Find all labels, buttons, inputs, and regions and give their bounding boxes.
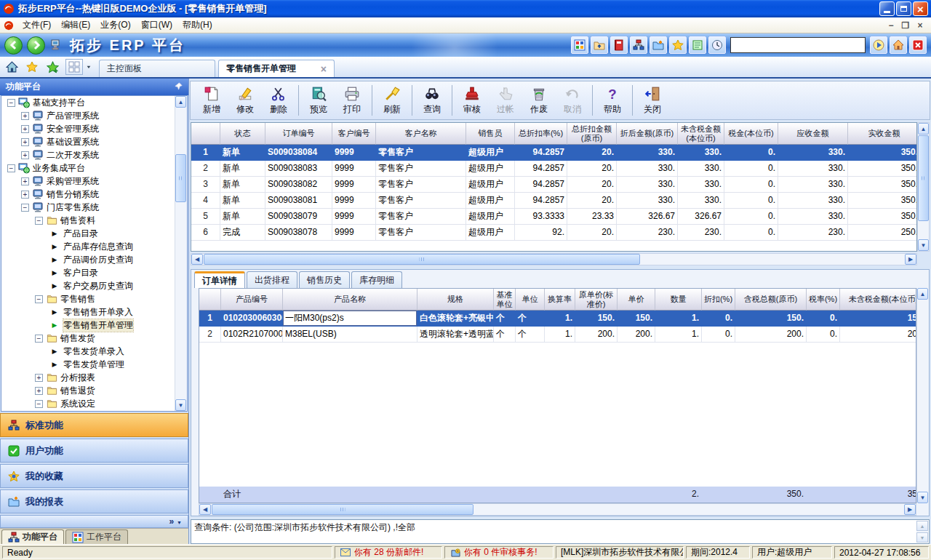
tree-item[interactable]: ▶零售发货单录入 bbox=[1, 345, 175, 358]
home-icon[interactable] bbox=[4, 60, 19, 74]
mail-status[interactable]: 你有 28 份新邮件! bbox=[335, 546, 442, 559]
tree-item[interactable]: +安全管理系统 bbox=[1, 122, 175, 135]
orders-horizontal-scrollbar[interactable]: ◀ ▶ bbox=[191, 253, 917, 265]
sidebar-bottom-tab[interactable]: 工作平台 bbox=[65, 529, 128, 544]
menu-item[interactable]: 编辑(E) bbox=[56, 17, 95, 33]
expand-toggle-icon[interactable]: + bbox=[21, 177, 29, 185]
column-header[interactable]: 产品名称 bbox=[283, 289, 417, 311]
column-header[interactable]: 销售员 bbox=[466, 123, 515, 145]
tree-item[interactable]: −基础支持平台 bbox=[1, 96, 175, 109]
expand-toggle-icon[interactable]: − bbox=[7, 164, 15, 172]
detail-tab[interactable]: 订单详情 bbox=[194, 271, 245, 288]
column-header[interactable]: 数量 bbox=[655, 289, 702, 311]
toolbar-button-audit-stamp-icon[interactable]: 审核 bbox=[455, 83, 489, 118]
toolbar-button-void-trash-icon[interactable]: 作废 bbox=[522, 83, 556, 118]
nav-button-run-icon[interactable] bbox=[870, 36, 887, 54]
detail-vertical-scrollbar[interactable]: ▲ ▼ bbox=[916, 288, 929, 503]
column-header[interactable]: 换算率 bbox=[545, 289, 575, 311]
order-row[interactable]: 3新单S0090380829999零售客户超级用户94.285720.330.3… bbox=[191, 177, 916, 193]
column-header[interactable]: 产品编号 bbox=[221, 289, 283, 311]
column-header[interactable]: 客户名称 bbox=[376, 123, 466, 145]
column-header[interactable] bbox=[191, 123, 220, 145]
document-tab[interactable]: 零售销售开单管理 bbox=[218, 60, 335, 77]
command-input[interactable] bbox=[730, 37, 866, 53]
tree-item[interactable]: +采购管理系统 bbox=[1, 175, 175, 188]
sidebar-panel-4[interactable]: 我的报表 bbox=[0, 489, 188, 513]
favorites-star-icon[interactable] bbox=[25, 60, 39, 74]
column-header[interactable]: 规格 bbox=[417, 289, 494, 311]
chevron-down-icon[interactable] bbox=[84, 59, 93, 75]
nav-button-notebook-icon[interactable] bbox=[689, 36, 706, 54]
tree-item[interactable]: −系统设定 bbox=[1, 397, 175, 410]
tree-item[interactable]: +基础设置系统 bbox=[1, 135, 175, 148]
column-header[interactable]: 总折扣率(%) bbox=[515, 123, 567, 145]
nav-button-clock-icon[interactable] bbox=[708, 36, 726, 54]
menu-item[interactable]: 业务(O) bbox=[95, 17, 135, 33]
order-row[interactable]: 5新单S0090380799999零售客户超级用户93.333323.33326… bbox=[191, 209, 916, 225]
close-tab-icon[interactable] bbox=[311, 63, 327, 75]
column-header[interactable]: 折后金额(原币) bbox=[617, 123, 678, 145]
tree-item[interactable]: −销售资料 bbox=[1, 214, 175, 227]
detail-tab[interactable]: 出货排程 bbox=[247, 271, 297, 288]
column-header[interactable]: 单位 bbox=[516, 289, 545, 311]
detail-row[interactable]: 10102030060300一阳M30(ps2)s白色滚轮套+亮银中个个1.15… bbox=[199, 311, 916, 327]
expand-toggle-icon[interactable]: + bbox=[35, 387, 43, 395]
tree-item[interactable]: ▶客户交易历史查询 bbox=[1, 279, 175, 292]
document-tab[interactable]: 主控面板 bbox=[99, 60, 215, 77]
chevron-right-icon[interactable] bbox=[169, 516, 174, 527]
expand-toggle-icon[interactable]: − bbox=[35, 335, 43, 343]
expand-toggle-icon[interactable]: − bbox=[35, 217, 43, 225]
tree-item[interactable]: −零售销售 bbox=[1, 292, 175, 305]
column-header[interactable]: 应收金额 bbox=[778, 123, 848, 145]
column-header[interactable]: 含税总额(原币) bbox=[735, 289, 807, 311]
toolbar-button-search-binoculars-icon[interactable]: 查询 bbox=[415, 83, 449, 118]
expand-toggle-icon[interactable]: − bbox=[35, 400, 43, 408]
detail-row[interactable]: 20102R21070000M38EL(USB)透明滚轮套+透明蓝个个1.200… bbox=[199, 327, 916, 343]
toolbar-button-help-icon[interactable]: ?帮助 bbox=[596, 83, 629, 118]
nav-button-exit-icon[interactable] bbox=[909, 36, 927, 54]
toolbar-button-refresh-brush-icon[interactable]: 刷新 bbox=[375, 83, 409, 118]
desktop-icon[interactable] bbox=[49, 39, 61, 51]
sidebar-panel-3[interactable]: 我的收藏 bbox=[0, 464, 188, 488]
orders-vertical-scrollbar[interactable]: ▲ ▼ bbox=[917, 122, 930, 252]
menu-item[interactable]: 文件(F) bbox=[17, 17, 56, 33]
tree-item[interactable]: ▶产品调价历史查询 bbox=[1, 253, 175, 266]
tree-item[interactable]: +销售分销系统 bbox=[1, 188, 175, 201]
mdi-restore-icon[interactable]: ❒ bbox=[900, 20, 911, 31]
close-button[interactable] bbox=[913, 1, 928, 16]
detail-tab[interactable]: 库存明细 bbox=[351, 271, 402, 288]
tree-item[interactable]: ▶零售发货单管理 bbox=[1, 358, 175, 371]
detail-tab[interactable]: 销售历史 bbox=[299, 271, 350, 288]
column-header[interactable]: 客户编号 bbox=[332, 123, 376, 145]
add-favorite-icon[interactable] bbox=[45, 60, 60, 74]
toolbar-button-close-door-icon[interactable]: 关闭 bbox=[636, 83, 669, 118]
column-header[interactable]: 未含税金额(本位币) bbox=[840, 289, 916, 311]
tree-item[interactable]: ▶零售销售开单录入 bbox=[1, 305, 175, 319]
tree-item[interactable]: +销售退货 bbox=[1, 384, 175, 397]
expand-toggle-icon[interactable]: + bbox=[21, 125, 29, 133]
tree-item[interactable]: −门店零售系统 bbox=[1, 201, 175, 214]
audit-status[interactable]: 你有 0 件审核事务! bbox=[444, 546, 554, 559]
mdi-close-icon[interactable]: × bbox=[915, 20, 925, 31]
column-header[interactable]: 税率(%) bbox=[807, 289, 840, 311]
column-header[interactable]: 税金(本位币) bbox=[724, 123, 778, 145]
sidebar-panel-1[interactable]: 标准功能 bbox=[0, 413, 188, 437]
nav-button-home-orange-icon[interactable] bbox=[890, 36, 907, 54]
column-header[interactable]: 未含税金额(本位币) bbox=[678, 123, 724, 145]
sidebar-bottom-tab[interactable]: 功能平台 bbox=[1, 529, 64, 544]
expand-toggle-icon[interactable]: + bbox=[21, 151, 29, 159]
column-header[interactable] bbox=[199, 289, 221, 311]
expand-toggle-icon[interactable]: − bbox=[7, 99, 15, 107]
tree-item[interactable]: ▶客户目录 bbox=[1, 266, 175, 279]
column-header[interactable]: 总折扣金额(原币) bbox=[567, 123, 617, 145]
toolbar-button-new-doc-icon[interactable]: 新增 bbox=[195, 83, 228, 118]
expand-toggle-icon[interactable]: − bbox=[35, 295, 43, 303]
mdi-minimize-icon[interactable]: − bbox=[886, 20, 896, 31]
column-header[interactable]: 状态 bbox=[220, 123, 265, 145]
detail-horizontal-scrollbar[interactable]: ◀ ▶ bbox=[199, 503, 916, 516]
panel-overflow[interactable] bbox=[0, 515, 188, 528]
toolbar-button-delete-scissors-icon[interactable]: 删除 bbox=[262, 83, 295, 118]
expand-toggle-icon[interactable]: + bbox=[21, 112, 29, 120]
order-row[interactable]: 4新单S0090380819999零售客户超级用户94.285720.330.3… bbox=[191, 193, 916, 209]
toolbar-button-preview-icon[interactable]: 预览 bbox=[302, 83, 335, 118]
